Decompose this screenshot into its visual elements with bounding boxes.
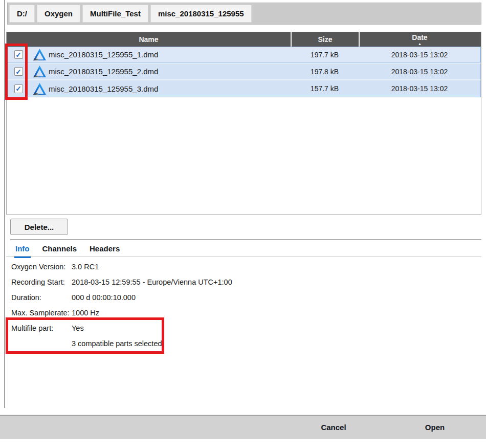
file-date: 2018-03-15 13:02 <box>359 84 480 93</box>
dewetron-logo-icon <box>30 83 49 95</box>
file-name: misc_20180315_125955_2.dmd <box>49 67 291 76</box>
info-value: 2018-03-15 12:59:55 - Europe/Vienna UTC+… <box>72 278 369 286</box>
dewetron-logo-icon <box>30 49 49 60</box>
file-date: 2018-03-15 13:02 <box>359 51 480 59</box>
open-button[interactable]: Open <box>404 416 466 439</box>
sort-ascending-icon: ▲ <box>418 42 422 46</box>
file-table: Name Size Date ▲ ✓ <box>6 32 481 215</box>
footer-bar: Cancel Open <box>0 415 486 439</box>
breadcrumb-item-multifile-test[interactable]: MultiFile_Test <box>82 5 148 23</box>
column-header-date[interactable]: Date ▲ <box>359 32 480 47</box>
info-value: 000 d 00:00:10.000 <box>72 293 369 302</box>
column-header-name[interactable]: Name <box>7 32 291 47</box>
file-name: misc_20180315_125955_3.dmd <box>49 84 291 93</box>
file-name: misc_20180315_125955_1.dmd <box>49 50 291 59</box>
info-value: 3.0 RC1 <box>72 263 369 271</box>
cancel-button[interactable]: Cancel <box>303 416 364 439</box>
file-size: 197.7 kB <box>291 51 359 59</box>
tab-channels[interactable]: Channels <box>42 244 77 255</box>
column-header-date-label: Date <box>412 33 427 41</box>
info-label: Oxygen Version: <box>11 263 72 271</box>
annotation-box-checkboxes <box>5 44 28 100</box>
file-size: 197.8 kB <box>291 68 359 76</box>
breadcrumb-item-drive[interactable]: D:/ <box>9 5 35 23</box>
tab-info[interactable]: Info <box>15 244 30 255</box>
dewetron-logo-icon <box>30 66 49 77</box>
info-label: Max. Samplerate: <box>11 309 72 317</box>
file-size: 157.7 kB <box>291 84 359 93</box>
detail-tabs: Info Channels Headers <box>15 244 120 255</box>
file-table-header: Name Size Date ▲ <box>7 32 481 47</box>
breadcrumb-item-oxygen[interactable]: Oxygen <box>37 5 80 23</box>
breadcrumb: D:/ Oxygen MultiFile_Test misc_20180315_… <box>7 3 481 25</box>
column-header-size[interactable]: Size <box>291 32 359 47</box>
annotation-box-multifile-part <box>6 317 164 354</box>
info-label: Duration: <box>11 293 72 302</box>
breadcrumb-item-misc-folder[interactable]: misc_20180315_125955 <box>150 5 252 23</box>
table-row[interactable]: ✓ misc_20180315_125955_2.dmd 197.8 kB 20… <box>7 63 481 80</box>
file-date: 2018-03-15 13:02 <box>359 68 480 76</box>
info-row-duration: Duration: 000 d 00:00:10.000 <box>11 290 369 305</box>
table-row[interactable]: ✓ misc_20180315_125955_1.dmd <box>7 47 481 63</box>
tab-headers[interactable]: Headers <box>90 244 120 255</box>
info-row-oxygen-version: Oxygen Version: 3.0 RC1 <box>11 259 369 274</box>
table-row[interactable]: ✓ misc_20180315_125955_3.dmd 157.7 kB 20… <box>7 80 481 97</box>
section-divider <box>10 239 481 240</box>
info-value: 1000 Hz <box>72 309 369 317</box>
info-row-recording-start: Recording Start: 2018-03-15 12:59:55 - E… <box>11 274 369 290</box>
open-file-dialog: D:/ Oxygen MultiFile_Test misc_20180315_… <box>0 0 486 448</box>
tabs-underline <box>6 257 481 257</box>
delete-button[interactable]: Delete... <box>10 219 68 235</box>
info-label: Recording Start: <box>11 278 72 286</box>
